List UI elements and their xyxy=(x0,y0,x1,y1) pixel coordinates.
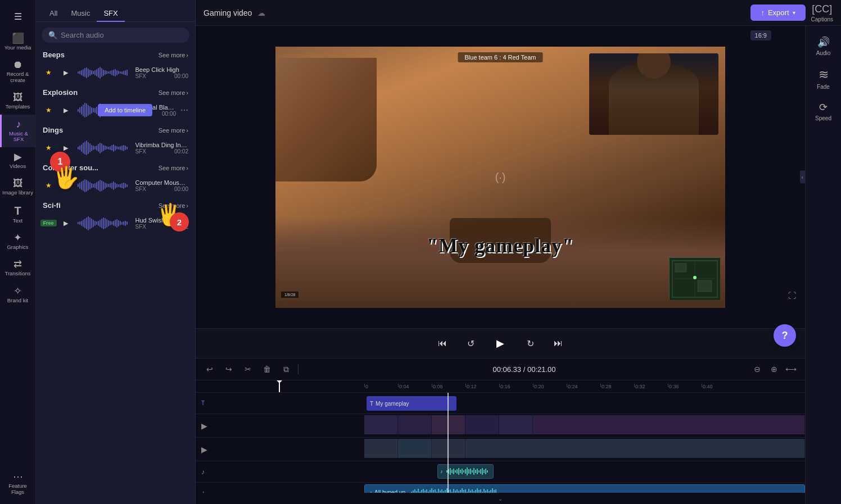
audio-meta: SFX 00:00 xyxy=(135,186,189,192)
video-track-2-content[interactable] xyxy=(364,438,805,461)
cut-button[interactable]: ✂ xyxy=(241,362,255,376)
hamburger-button[interactable]: ☰ xyxy=(0,4,35,29)
more-options-button[interactable]: ⋯ xyxy=(180,106,188,115)
search-input[interactable] xyxy=(61,31,183,39)
duplicate-button[interactable]: ⧉ xyxy=(279,362,293,376)
tab-music[interactable]: Music xyxy=(64,6,97,22)
right-panel-speed[interactable]: ⟳ Speed xyxy=(806,96,841,127)
sidebar-item-feature-flags[interactable]: ⋯ Feature Flags xyxy=(0,467,35,500)
tab-all[interactable]: All xyxy=(43,6,64,22)
audio-item-electrical-blast[interactable]: ★ ▶ Electrical Blast Distorti... SFX 00:… xyxy=(39,99,192,121)
aspect-ratio-badge[interactable]: 16:9 xyxy=(750,30,771,40)
svg-rect-72 xyxy=(478,490,480,493)
sidebar-item-label: Brand kit xyxy=(7,298,29,303)
sidebar-item-your-media[interactable]: ⬛ Your media xyxy=(0,29,35,55)
video-track-1-row: ▶ xyxy=(196,414,805,438)
play-button[interactable]: ▶ xyxy=(58,216,73,230)
play-button[interactable]: ▶ xyxy=(58,178,73,193)
video-track-1-label: ▶ xyxy=(196,421,364,430)
captions-button[interactable]: [CC] Captions xyxy=(811,3,833,22)
ruler-mark-9: 0:36 xyxy=(668,384,702,389)
zoom-in-button[interactable]: ⊕ xyxy=(767,362,781,376)
explosion-section-header: Explosion See more › xyxy=(39,84,192,99)
video-track-1-clip[interactable] xyxy=(364,415,805,434)
play-pause-button[interactable]: ▶ xyxy=(490,333,510,353)
text-clip-label: My gameplay xyxy=(376,401,409,407)
svg-rect-46 xyxy=(435,489,436,493)
redo-button[interactable]: ↪ xyxy=(221,362,236,376)
sidebar-item-image-library[interactable]: 🖼 Image library xyxy=(0,174,35,200)
feature-flags-icon: ⋯ xyxy=(13,471,23,482)
fit-timeline-button[interactable]: ⟷ xyxy=(784,362,798,376)
forward-5s-button[interactable]: ↻ xyxy=(522,335,539,352)
playhead[interactable] xyxy=(279,380,280,393)
ruler-mark-10: 0:40 xyxy=(702,384,735,389)
play-button[interactable]: ▶ xyxy=(58,140,73,155)
fullscreen-button[interactable]: ⛶ xyxy=(788,291,796,300)
text-clip-my-gameplay[interactable]: T My gameplay xyxy=(367,396,456,411)
right-panel-fade[interactable]: ≋ Fade xyxy=(806,62,841,96)
right-panel-expand-button[interactable]: ‹ xyxy=(800,171,805,184)
svg-rect-33 xyxy=(413,491,414,493)
scifi-see-more[interactable]: See more › xyxy=(159,202,188,209)
undo-button[interactable]: ↩ xyxy=(202,362,217,376)
help-button[interactable]: ? xyxy=(774,324,796,347)
audio-item-hud-swish[interactable]: Free ▶ Hud Swish (High Tech, Sci-fi,... … xyxy=(39,212,192,234)
svg-rect-80 xyxy=(492,488,493,493)
video-track-2-clip[interactable] xyxy=(364,439,805,458)
audio-name: Beep Click High xyxy=(135,66,189,73)
tab-sfx[interactable]: SFX xyxy=(97,6,124,22)
computer-sounds-see-more[interactable]: See more › xyxy=(159,165,188,171)
sidebar-item-record-create[interactable]: ⏺ Record &create xyxy=(0,55,35,88)
music-track-row: ♪ ♪ All hyped up xyxy=(196,483,805,493)
add-to-timeline-button[interactable]: Add to timeline xyxy=(98,104,152,116)
sidebar-item-label: Transitions xyxy=(4,271,30,276)
svg-rect-18 xyxy=(465,469,466,474)
audio-item-beep-click-high[interactable]: ★ ▶ Beep Click High SFX 00:00 xyxy=(39,61,192,84)
svg-rect-11 xyxy=(453,469,454,474)
music-track-content[interactable]: ♪ All hyped up xyxy=(364,483,805,493)
svg-rect-75 xyxy=(483,489,485,493)
audio-item-vibrimba-ding[interactable]: ★ ▶ Vibrimba Ding Interface 5 SFX 00:02 xyxy=(39,137,192,159)
svg-rect-27 xyxy=(480,469,481,474)
explosion-see-more[interactable]: See more › xyxy=(159,89,188,96)
zoom-out-button[interactable]: ⊖ xyxy=(750,362,765,376)
svg-rect-19 xyxy=(467,467,468,475)
audio-item-computer-mouse[interactable]: ★ ▶ Computer Mouse Single Click SFX 00:0… xyxy=(39,174,192,197)
play-button[interactable]: ▶ xyxy=(58,65,73,80)
sidebar-item-music-sfx[interactable]: ♪ Music &SFX xyxy=(0,115,35,147)
text-track-content[interactable]: T My gameplay xyxy=(364,393,805,414)
play-button[interactable]: ▶ xyxy=(58,103,73,117)
skip-to-start-button[interactable]: ⏮ xyxy=(434,335,451,352)
sidebar-item-videos[interactable]: ▶ Videos xyxy=(0,147,35,174)
sidebar-item-templates[interactable]: 🖼 Templates xyxy=(0,88,35,114)
skip-to-end-button[interactable]: ⏭ xyxy=(550,335,567,352)
dings-see-more[interactable]: See more › xyxy=(159,127,188,134)
sfx-track-content[interactable]: ♪ xyxy=(364,461,805,482)
export-button[interactable]: ↑ Export ▾ xyxy=(750,4,805,21)
center-target-icon: (·) xyxy=(495,171,506,184)
sfx-track-icon: ♪ xyxy=(201,468,205,476)
scifi-section-header: Sci-fi See more › xyxy=(39,197,192,212)
ruler-mark-1: 0:04 xyxy=(398,384,432,389)
sidebar-item-graphics[interactable]: ✦ Graphics xyxy=(0,228,35,255)
sidebar-item-text[interactable]: T Text xyxy=(0,201,35,228)
svg-rect-57 xyxy=(453,489,454,493)
pip-video xyxy=(589,53,718,135)
svg-rect-62 xyxy=(462,488,463,493)
sidebar-item-brand-kit[interactable]: ✧ Brand kit xyxy=(0,281,35,308)
record-create-icon: ⏺ xyxy=(13,60,23,70)
scifi-title: Sci-fi xyxy=(43,201,61,210)
beeps-see-more[interactable]: See more › xyxy=(159,52,188,58)
sidebar-item-transitions[interactable]: ⇄ Transitions xyxy=(0,255,35,281)
delete-button[interactable]: 🗑 xyxy=(260,362,274,376)
audio-panel: All Music SFX 🔍 Beeps See more › ★ ▶ Bee… xyxy=(36,0,196,504)
zoom-controls: ⊖ ⊕ ⟷ xyxy=(750,362,798,376)
svg-rect-82 xyxy=(495,489,496,493)
video-track-1-content[interactable] xyxy=(364,414,805,437)
right-panel-audio[interactable]: 🔊 Audio xyxy=(806,30,841,62)
timeline-expand-button[interactable]: ⌄ xyxy=(196,493,805,504)
pip-person xyxy=(589,53,718,135)
rewind-5s-button[interactable]: ↺ xyxy=(462,335,479,352)
project-title[interactable]: Gaming video xyxy=(204,8,252,17)
